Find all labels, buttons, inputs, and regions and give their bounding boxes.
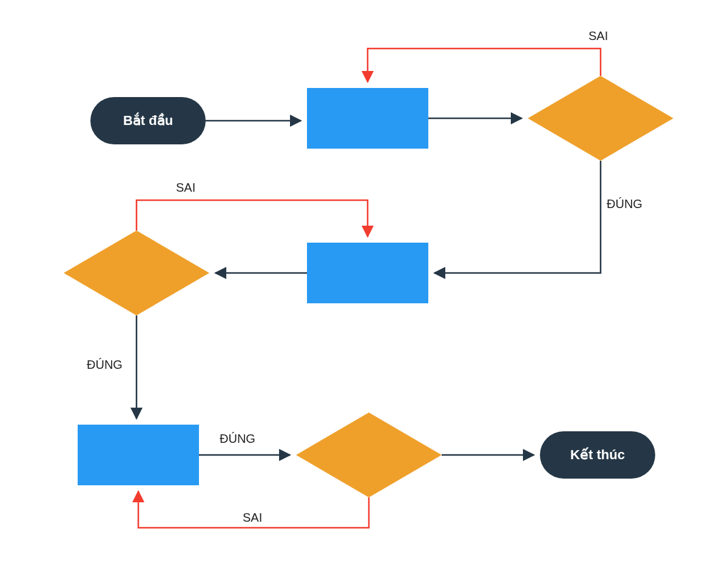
diamond-icon: [528, 76, 673, 161]
end-label: Kết thúc: [570, 447, 625, 463]
decision-3: [296, 412, 442, 497]
edge-label-d2-true: ĐÚNG: [87, 358, 123, 372]
edge-label-d1-false: SAI: [588, 29, 608, 43]
diamond-icon: [64, 231, 209, 315]
decision-1: [528, 76, 673, 161]
process-1: [307, 88, 428, 149]
diamond-icon: [296, 412, 442, 497]
svg-marker-2: [296, 412, 442, 497]
process-3: [78, 425, 199, 485]
start-terminator: Bắt đầu: [90, 97, 206, 144]
process-2: [307, 243, 428, 303]
edge-label-d3-false: SAI: [243, 511, 262, 525]
svg-marker-1: [64, 231, 209, 315]
flowchart-canvas: Bắt đầu Kết thúc SAI ĐÚNG SAI ĐÚNG ĐÚNG …: [0, 0, 728, 569]
edge-label-d1-true: ĐÚNG: [607, 197, 642, 211]
end-terminator: Kết thúc: [540, 431, 655, 479]
edge-label-p3-d3: ĐÚNG: [220, 432, 255, 446]
start-label: Bắt đầu: [123, 113, 173, 129]
edge-e_d1_p2_true: [434, 161, 601, 273]
decision-2: [64, 231, 209, 315]
edge-label-d2-false: SAI: [176, 181, 195, 195]
svg-marker-0: [528, 76, 673, 161]
